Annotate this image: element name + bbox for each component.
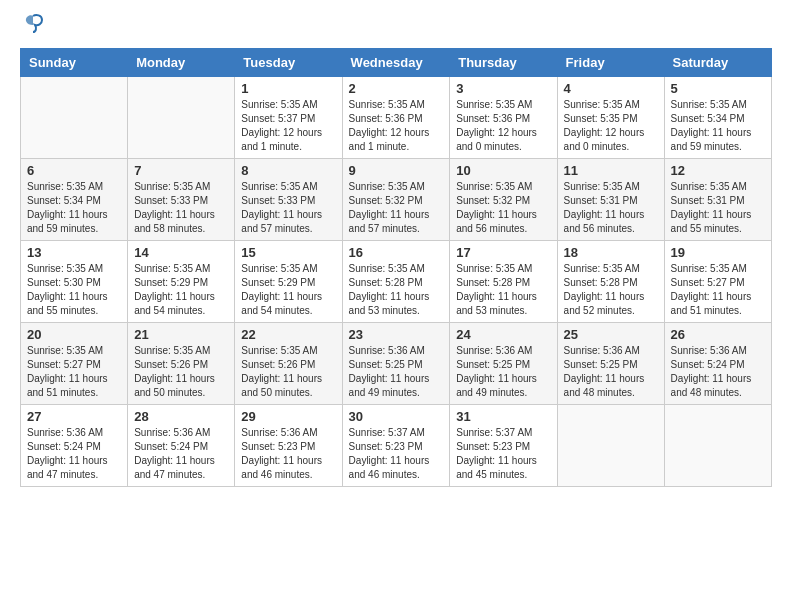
day-info: Sunrise: 5:35 AM Sunset: 5:36 PM Dayligh…	[349, 98, 444, 154]
calendar-day-cell: 14Sunrise: 5:35 AM Sunset: 5:29 PM Dayli…	[128, 241, 235, 323]
calendar-day-cell: 16Sunrise: 5:35 AM Sunset: 5:28 PM Dayli…	[342, 241, 450, 323]
day-info: Sunrise: 5:35 AM Sunset: 5:28 PM Dayligh…	[349, 262, 444, 318]
day-info: Sunrise: 5:35 AM Sunset: 5:33 PM Dayligh…	[134, 180, 228, 236]
calendar-day-cell: 3Sunrise: 5:35 AM Sunset: 5:36 PM Daylig…	[450, 77, 557, 159]
day-info: Sunrise: 5:35 AM Sunset: 5:34 PM Dayligh…	[671, 98, 765, 154]
day-number: 2	[349, 81, 444, 96]
day-number: 30	[349, 409, 444, 424]
day-number: 10	[456, 163, 550, 178]
day-info: Sunrise: 5:35 AM Sunset: 5:26 PM Dayligh…	[134, 344, 228, 400]
day-number: 18	[564, 245, 658, 260]
day-number: 7	[134, 163, 228, 178]
day-info: Sunrise: 5:35 AM Sunset: 5:31 PM Dayligh…	[564, 180, 658, 236]
day-number: 24	[456, 327, 550, 342]
calendar-day-cell: 11Sunrise: 5:35 AM Sunset: 5:31 PM Dayli…	[557, 159, 664, 241]
calendar-day-cell: 31Sunrise: 5:37 AM Sunset: 5:23 PM Dayli…	[450, 405, 557, 487]
day-info: Sunrise: 5:35 AM Sunset: 5:30 PM Dayligh…	[27, 262, 121, 318]
calendar-day-cell: 5Sunrise: 5:35 AM Sunset: 5:34 PM Daylig…	[664, 77, 771, 159]
calendar-day-cell: 23Sunrise: 5:36 AM Sunset: 5:25 PM Dayli…	[342, 323, 450, 405]
day-number: 25	[564, 327, 658, 342]
day-info: Sunrise: 5:36 AM Sunset: 5:25 PM Dayligh…	[564, 344, 658, 400]
calendar-table: SundayMondayTuesdayWednesdayThursdayFrid…	[20, 48, 772, 487]
calendar-day-cell: 29Sunrise: 5:36 AM Sunset: 5:23 PM Dayli…	[235, 405, 342, 487]
day-number: 6	[27, 163, 121, 178]
day-of-week-header: Sunday	[21, 49, 128, 77]
day-number: 31	[456, 409, 550, 424]
day-number: 1	[241, 81, 335, 96]
calendar-day-cell: 27Sunrise: 5:36 AM Sunset: 5:24 PM Dayli…	[21, 405, 128, 487]
calendar-day-cell: 22Sunrise: 5:35 AM Sunset: 5:26 PM Dayli…	[235, 323, 342, 405]
calendar-day-cell: 20Sunrise: 5:35 AM Sunset: 5:27 PM Dayli…	[21, 323, 128, 405]
day-info: Sunrise: 5:35 AM Sunset: 5:37 PM Dayligh…	[241, 98, 335, 154]
calendar-day-cell	[21, 77, 128, 159]
day-number: 3	[456, 81, 550, 96]
calendar-day-cell	[128, 77, 235, 159]
calendar-day-cell: 30Sunrise: 5:37 AM Sunset: 5:23 PM Dayli…	[342, 405, 450, 487]
day-info: Sunrise: 5:35 AM Sunset: 5:34 PM Dayligh…	[27, 180, 121, 236]
day-number: 29	[241, 409, 335, 424]
day-of-week-header: Tuesday	[235, 49, 342, 77]
calendar-week-row: 20Sunrise: 5:35 AM Sunset: 5:27 PM Dayli…	[21, 323, 772, 405]
day-number: 26	[671, 327, 765, 342]
day-info: Sunrise: 5:36 AM Sunset: 5:24 PM Dayligh…	[671, 344, 765, 400]
day-info: Sunrise: 5:35 AM Sunset: 5:31 PM Dayligh…	[671, 180, 765, 236]
calendar-header: SundayMondayTuesdayWednesdayThursdayFrid…	[21, 49, 772, 77]
day-number: 13	[27, 245, 121, 260]
calendar-day-cell: 25Sunrise: 5:36 AM Sunset: 5:25 PM Dayli…	[557, 323, 664, 405]
day-info: Sunrise: 5:35 AM Sunset: 5:26 PM Dayligh…	[241, 344, 335, 400]
day-number: 28	[134, 409, 228, 424]
calendar-day-cell: 24Sunrise: 5:36 AM Sunset: 5:25 PM Dayli…	[450, 323, 557, 405]
day-number: 27	[27, 409, 121, 424]
day-number: 11	[564, 163, 658, 178]
day-number: 17	[456, 245, 550, 260]
calendar-day-cell: 28Sunrise: 5:36 AM Sunset: 5:24 PM Dayli…	[128, 405, 235, 487]
calendar-day-cell	[664, 405, 771, 487]
day-of-week-header: Friday	[557, 49, 664, 77]
day-info: Sunrise: 5:35 AM Sunset: 5:28 PM Dayligh…	[456, 262, 550, 318]
calendar-day-cell: 18Sunrise: 5:35 AM Sunset: 5:28 PM Dayli…	[557, 241, 664, 323]
calendar-day-cell: 12Sunrise: 5:35 AM Sunset: 5:31 PM Dayli…	[664, 159, 771, 241]
day-info: Sunrise: 5:35 AM Sunset: 5:29 PM Dayligh…	[241, 262, 335, 318]
day-number: 23	[349, 327, 444, 342]
calendar-week-row: 1Sunrise: 5:35 AM Sunset: 5:37 PM Daylig…	[21, 77, 772, 159]
day-of-week-header: Monday	[128, 49, 235, 77]
day-of-week-header: Thursday	[450, 49, 557, 77]
calendar-day-cell: 6Sunrise: 5:35 AM Sunset: 5:34 PM Daylig…	[21, 159, 128, 241]
calendar-day-cell: 4Sunrise: 5:35 AM Sunset: 5:35 PM Daylig…	[557, 77, 664, 159]
day-info: Sunrise: 5:35 AM Sunset: 5:36 PM Dayligh…	[456, 98, 550, 154]
day-info: Sunrise: 5:36 AM Sunset: 5:24 PM Dayligh…	[134, 426, 228, 482]
day-number: 19	[671, 245, 765, 260]
day-number: 21	[134, 327, 228, 342]
calendar-week-row: 27Sunrise: 5:36 AM Sunset: 5:24 PM Dayli…	[21, 405, 772, 487]
day-info: Sunrise: 5:35 AM Sunset: 5:27 PM Dayligh…	[671, 262, 765, 318]
day-info: Sunrise: 5:37 AM Sunset: 5:23 PM Dayligh…	[349, 426, 444, 482]
calendar-day-cell: 17Sunrise: 5:35 AM Sunset: 5:28 PM Dayli…	[450, 241, 557, 323]
calendar-day-cell: 10Sunrise: 5:35 AM Sunset: 5:32 PM Dayli…	[450, 159, 557, 241]
day-of-week-header: Wednesday	[342, 49, 450, 77]
day-info: Sunrise: 5:37 AM Sunset: 5:23 PM Dayligh…	[456, 426, 550, 482]
day-info: Sunrise: 5:35 AM Sunset: 5:29 PM Dayligh…	[134, 262, 228, 318]
calendar-day-cell: 2Sunrise: 5:35 AM Sunset: 5:36 PM Daylig…	[342, 77, 450, 159]
day-info: Sunrise: 5:36 AM Sunset: 5:23 PM Dayligh…	[241, 426, 335, 482]
day-number: 8	[241, 163, 335, 178]
day-info: Sunrise: 5:35 AM Sunset: 5:32 PM Dayligh…	[349, 180, 444, 236]
calendar-day-cell: 8Sunrise: 5:35 AM Sunset: 5:33 PM Daylig…	[235, 159, 342, 241]
day-number: 4	[564, 81, 658, 96]
calendar-day-cell: 21Sunrise: 5:35 AM Sunset: 5:26 PM Dayli…	[128, 323, 235, 405]
day-number: 16	[349, 245, 444, 260]
day-info: Sunrise: 5:35 AM Sunset: 5:33 PM Dayligh…	[241, 180, 335, 236]
calendar-week-row: 13Sunrise: 5:35 AM Sunset: 5:30 PM Dayli…	[21, 241, 772, 323]
logo	[20, 20, 44, 38]
day-info: Sunrise: 5:35 AM Sunset: 5:28 PM Dayligh…	[564, 262, 658, 318]
calendar-day-cell: 13Sunrise: 5:35 AM Sunset: 5:30 PM Dayli…	[21, 241, 128, 323]
day-number: 9	[349, 163, 444, 178]
day-number: 14	[134, 245, 228, 260]
day-number: 12	[671, 163, 765, 178]
day-info: Sunrise: 5:35 AM Sunset: 5:32 PM Dayligh…	[456, 180, 550, 236]
day-info: Sunrise: 5:36 AM Sunset: 5:24 PM Dayligh…	[27, 426, 121, 482]
day-info: Sunrise: 5:35 AM Sunset: 5:35 PM Dayligh…	[564, 98, 658, 154]
day-of-week-header: Saturday	[664, 49, 771, 77]
calendar-day-cell: 26Sunrise: 5:36 AM Sunset: 5:24 PM Dayli…	[664, 323, 771, 405]
logo-bird-icon	[22, 12, 44, 38]
day-info: Sunrise: 5:35 AM Sunset: 5:27 PM Dayligh…	[27, 344, 121, 400]
